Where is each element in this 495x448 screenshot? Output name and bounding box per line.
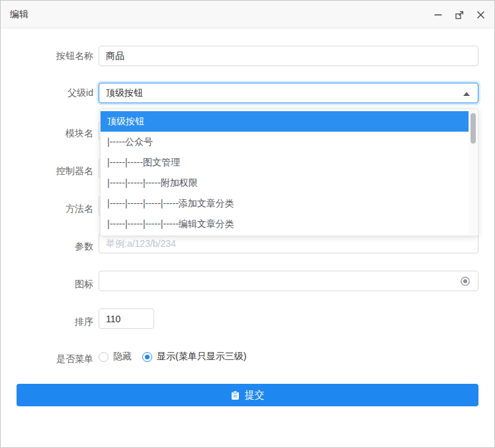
- method-name-label: 方法名: [27, 202, 93, 215]
- submit-button-label: 提交: [245, 389, 265, 402]
- circle-dot-icon[interactable]: [460, 276, 471, 289]
- button-name-label: 按钮名称: [27, 49, 93, 62]
- dropdown-item[interactable]: |-----|-----|-----|-----编辑文章分类: [101, 214, 469, 234]
- radio-checked-icon: [142, 352, 152, 362]
- icon-input[interactable]: [99, 271, 478, 291]
- radio-option-hide[interactable]: 隐藏: [99, 351, 132, 363]
- maximize-button[interactable]: [452, 7, 467, 22]
- dropdown-item[interactable]: |-----公众号: [101, 132, 469, 152]
- parent-id-selected-value: 顶级按钮: [106, 87, 143, 99]
- edit-dialog-window: 编辑 按钮名称 父级: [0, 0, 495, 448]
- button-name-input[interactable]: [99, 46, 478, 66]
- titlebar: 编辑: [1, 1, 494, 28]
- clipboard-icon: [231, 390, 240, 400]
- radio-option-show[interactable]: 显示(菜单只显示三级): [142, 351, 246, 363]
- dropdown-scrollbar-track: [469, 110, 477, 235]
- is-menu-radio-group: 隐藏 显示(菜单只显示三级): [99, 351, 246, 363]
- dropdown-item[interactable]: |-----|-----图文管理: [101, 152, 469, 173]
- sort-label: 排序: [27, 315, 93, 328]
- dropdown-item[interactable]: |-----|-----|-----附加权限: [101, 173, 469, 193]
- radio-option-hide-label: 隐藏: [113, 351, 132, 363]
- sort-input[interactable]: [99, 308, 154, 329]
- is-menu-label: 是否菜单: [27, 352, 93, 365]
- dropdown-scrollbar-thumb[interactable]: [471, 113, 476, 144]
- dialog-title: 编辑: [10, 9, 28, 21]
- parent-id-dropdown: 顶级按钮 |-----公众号 |-----|-----图文管理 |-----|-…: [100, 109, 478, 236]
- module-name-label: 模块名: [27, 126, 93, 140]
- radio-option-show-label: 显示(菜单只显示三级): [157, 351, 246, 363]
- params-label: 参数: [27, 240, 93, 253]
- dropdown-item[interactable]: 顶级按钮: [101, 111, 469, 132]
- icon-label: 图标: [27, 277, 93, 291]
- parent-id-label: 父级id: [27, 86, 93, 99]
- close-button[interactable]: [473, 7, 488, 22]
- dropdown-item[interactable]: |-----|-----|-----|-----添加文章分类: [101, 193, 469, 214]
- parent-id-select[interactable]: 顶级按钮: [99, 83, 478, 103]
- chevron-up-icon: [463, 92, 470, 96]
- controller-name-label: 控制器名: [27, 164, 93, 177]
- radio-unchecked-icon: [99, 352, 109, 362]
- window-controls: [431, 1, 488, 28]
- minimize-button[interactable]: [431, 7, 445, 22]
- submit-button[interactable]: 提交: [17, 384, 478, 406]
